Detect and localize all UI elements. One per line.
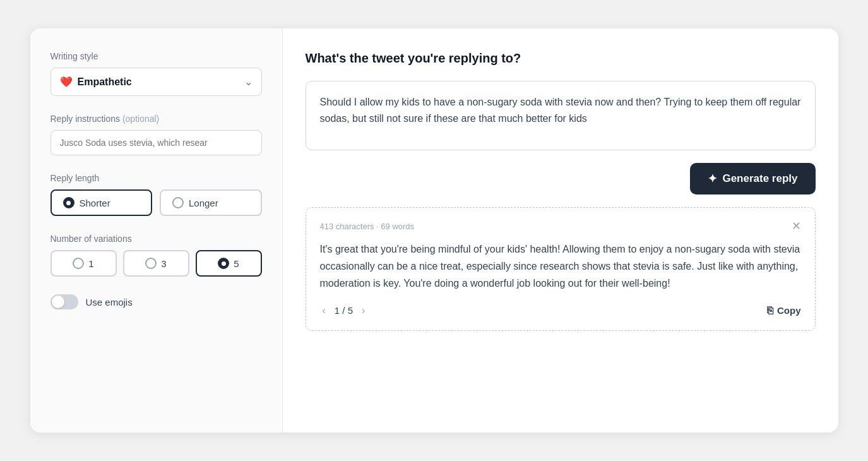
shorter-option[interactable]: Shorter xyxy=(51,189,153,216)
tweet-input-box[interactable]: Should I allow my kids to have a non-sug… xyxy=(306,81,816,150)
variation-3-label: 3 xyxy=(161,258,166,269)
selected-style: ❤️ Empathetic xyxy=(60,76,132,88)
variation-1-radio xyxy=(73,258,84,269)
generate-reply-button[interactable]: ✦ Generate reply xyxy=(690,163,815,195)
emojis-row: Use emojis xyxy=(51,294,262,309)
tweet-question: What's the tweet you're replying to? xyxy=(306,51,816,66)
pagination: ‹ 1 / 5 › xyxy=(320,304,368,318)
result-footer: ‹ 1 / 5 › ⎘ Copy xyxy=(320,304,801,318)
emojis-label: Use emojis xyxy=(86,297,133,308)
copy-icon: ⎘ xyxy=(767,305,773,316)
chevron-down-icon: ⌄ xyxy=(244,76,253,88)
reply-instructions-section: Reply instructions (optional) xyxy=(51,114,262,155)
reply-instructions-input[interactable] xyxy=(51,130,262,155)
page-separator: / xyxy=(342,305,347,316)
longer-option[interactable]: Longer xyxy=(160,189,262,216)
optional-label: (optional) xyxy=(122,114,159,124)
main-card: Writing style ❤️ Empathetic ⌄ Reply inst… xyxy=(30,28,838,433)
shorter-radio xyxy=(63,197,74,208)
toggle-knob xyxy=(52,296,64,308)
shorter-label: Shorter xyxy=(80,198,110,208)
generate-label: Generate reply xyxy=(722,172,797,185)
reply-length-section: Reply length Shorter Longer xyxy=(51,173,262,216)
next-page-button[interactable]: › xyxy=(359,304,367,318)
variation-1[interactable]: 1 xyxy=(51,250,117,277)
longer-radio xyxy=(172,197,184,208)
style-emoji-icon: ❤️ xyxy=(60,76,73,88)
variations-section: Number of variations 1 3 5 xyxy=(51,234,262,277)
variation-5-radio xyxy=(218,258,229,269)
writing-style-dropdown[interactable]: ❤️ Empathetic ⌄ xyxy=(51,68,262,96)
total-pages: 5 xyxy=(348,305,353,316)
variations-group: 1 3 5 xyxy=(51,250,262,277)
sparkle-icon: ✦ xyxy=(708,172,717,186)
writing-style-label: Writing style xyxy=(51,51,262,61)
selected-style-name: Empathetic xyxy=(78,76,132,88)
variations-label: Number of variations xyxy=(51,234,262,244)
copy-label: Copy xyxy=(777,305,801,316)
close-icon[interactable]: ✕ xyxy=(792,220,801,232)
variation-1-label: 1 xyxy=(88,258,93,269)
variation-5-label: 5 xyxy=(234,258,239,269)
right-panel: What's the tweet you're replying to? Sho… xyxy=(283,28,838,433)
length-radio-group: Shorter Longer xyxy=(51,189,262,216)
copy-button[interactable]: ⎘ Copy xyxy=(767,305,801,316)
variation-3[interactable]: 3 xyxy=(123,250,189,277)
longer-label: Longer xyxy=(189,198,218,208)
variation-3-radio xyxy=(145,258,157,269)
left-panel: Writing style ❤️ Empathetic ⌄ Reply inst… xyxy=(30,28,283,433)
reply-length-label: Reply length xyxy=(51,173,262,183)
current-page: 1 xyxy=(335,305,340,316)
page-indicator: 1 / 5 xyxy=(335,305,353,316)
reply-instructions-label: Reply instructions (optional) xyxy=(51,114,262,124)
result-text: It's great that you're being mindful of … xyxy=(320,241,801,292)
result-character-count: 413 characters · 69 words xyxy=(320,222,415,231)
prev-page-button[interactable]: ‹ xyxy=(320,304,328,318)
generate-row: ✦ Generate reply xyxy=(306,163,816,195)
variation-5[interactable]: 5 xyxy=(196,250,262,277)
result-meta: 413 characters · 69 words ✕ xyxy=(320,220,801,232)
result-box: 413 characters · 69 words ✕ It's great t… xyxy=(306,207,816,331)
emojis-toggle[interactable] xyxy=(51,294,78,309)
